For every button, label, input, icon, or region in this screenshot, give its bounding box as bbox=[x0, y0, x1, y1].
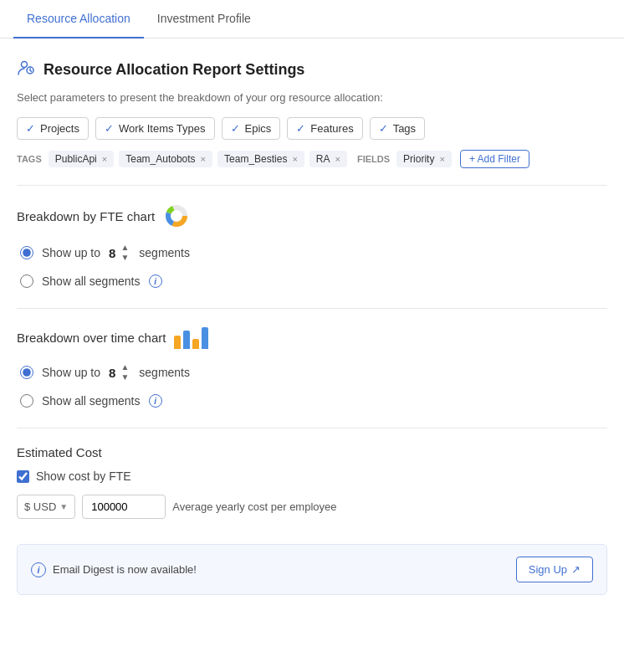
over-time-segments-label: segments bbox=[139, 366, 190, 379]
tag-text: RA bbox=[316, 153, 330, 165]
fte-show-up-to-label: Show up to bbox=[42, 246, 100, 259]
tag-remove-priority[interactable]: × bbox=[439, 154, 444, 164]
currency-select[interactable]: $ USD ▼ bbox=[17, 495, 75, 519]
tag-team-besties: Team_Besties × bbox=[217, 151, 304, 167]
currency-dropdown-icon: ▼ bbox=[59, 502, 68, 511]
cost-input-row: $ USD ▼ Average yearly cost per employee bbox=[17, 495, 607, 519]
tag-row: TAGS PublicApi × Team_Autobots × Team_Be… bbox=[17, 150, 607, 168]
svg-point-6 bbox=[171, 211, 182, 221]
chip-label: Tags bbox=[393, 122, 416, 135]
banner-info-icon: i bbox=[31, 562, 46, 577]
fte-show-all-option[interactable]: Show all segments i bbox=[20, 274, 607, 288]
cost-description: Average yearly cost per employee bbox=[172, 500, 336, 513]
cost-value-input[interactable] bbox=[82, 495, 166, 519]
fte-show-up-to-option[interactable]: Show up to 8 ▲ ▼ segments bbox=[20, 243, 607, 263]
tag-remove-publicapi[interactable]: × bbox=[102, 154, 107, 164]
main-content: Resource Allocation Report Settings Sele… bbox=[0, 38, 624, 615]
add-filter-button[interactable]: + Add Filter bbox=[460, 150, 529, 168]
chip-label: Work Items Types bbox=[119, 122, 206, 135]
report-title: Resource Allocation Report Settings bbox=[43, 61, 304, 79]
tag-ra: RA × bbox=[309, 151, 347, 167]
chip-features[interactable]: ✓ Features bbox=[287, 117, 362, 140]
chip-projects[interactable]: ✓ Projects bbox=[17, 117, 89, 140]
over-time-increment-button[interactable]: ▲ bbox=[119, 362, 130, 372]
divider-2 bbox=[17, 308, 607, 309]
tag-text: Team_Autobots bbox=[125, 153, 195, 165]
chip-label: Features bbox=[310, 122, 353, 135]
fte-segments-label: segments bbox=[139, 246, 190, 259]
divider-1 bbox=[17, 185, 607, 186]
banner-message: Email Digest is now available! bbox=[53, 563, 197, 576]
email-digest-banner: i Email Digest is now available! Sign Up… bbox=[17, 544, 607, 595]
fte-segments-value: 8 bbox=[109, 246, 115, 260]
banner-left: i Email Digest is now available! bbox=[31, 562, 197, 577]
divider-3 bbox=[17, 428, 607, 428]
over-time-stepper: 8 ▲ ▼ bbox=[109, 362, 130, 382]
fte-decrement-button[interactable]: ▼ bbox=[119, 253, 130, 263]
tab-investment-profile[interactable]: Investment Profile bbox=[144, 0, 264, 38]
check-icon: ✓ bbox=[231, 122, 240, 135]
fte-info-icon[interactable]: i bbox=[149, 274, 162, 288]
fte-show-up-to-radio[interactable] bbox=[20, 246, 33, 259]
estimated-cost-title: Estimated Cost bbox=[17, 445, 607, 459]
tag-text: Team_Besties bbox=[224, 153, 287, 165]
check-icon: ✓ bbox=[296, 122, 305, 135]
cost-checkbox-row: Show cost by FTE bbox=[17, 469, 607, 483]
over-time-segments-value: 8 bbox=[109, 366, 115, 380]
chip-label: Projects bbox=[40, 122, 79, 135]
over-time-decrement-button[interactable]: ▼ bbox=[119, 372, 130, 382]
over-time-radio-group: Show up to 8 ▲ ▼ segments Show all segme… bbox=[20, 362, 607, 408]
over-time-info-icon[interactable]: i bbox=[149, 394, 162, 408]
show-cost-by-fte-label: Show cost by FTE bbox=[36, 469, 131, 483]
tag-text: PublicApi bbox=[55, 153, 97, 165]
report-icon bbox=[17, 59, 35, 81]
over-time-show-all-radio[interactable] bbox=[20, 394, 33, 408]
over-time-chart-header: Breakdown over time chart bbox=[17, 326, 607, 349]
svg-point-0 bbox=[22, 62, 28, 68]
estimated-cost-section: Estimated Cost Show cost by FTE $ USD ▼ … bbox=[17, 445, 607, 519]
tag-team-autobots: Team_Autobots × bbox=[119, 151, 212, 167]
chip-tags[interactable]: ✓ Tags bbox=[370, 117, 425, 140]
fte-stepper: 8 ▲ ▼ bbox=[109, 243, 130, 263]
tab-resource-allocation[interactable]: Resource Allocation bbox=[13, 0, 144, 38]
fte-chart-header: Breakdown by FTE chart bbox=[17, 203, 607, 229]
sign-up-button[interactable]: Sign Up ↗ bbox=[516, 557, 593, 582]
report-description: Select parameters to present the breakdo… bbox=[17, 91, 607, 104]
fte-chart-title: Breakdown by FTE chart bbox=[17, 209, 155, 223]
chip-epics[interactable]: ✓ Epics bbox=[222, 117, 281, 140]
tag-text: Priority bbox=[403, 153, 434, 165]
over-time-show-up-to-label: Show up to bbox=[42, 366, 100, 379]
tab-bar: Resource Allocation Investment Profile bbox=[0, 0, 624, 38]
bar-chart-icon bbox=[174, 326, 208, 349]
fte-chart-section: Breakdown by FTE chart Show up to 8 ▲ ▼ bbox=[17, 203, 607, 288]
over-time-show-up-to-option[interactable]: Show up to 8 ▲ ▼ segments bbox=[20, 362, 607, 382]
sign-up-arrow-icon: ↗ bbox=[571, 563, 581, 576]
filter-chips: ✓ Projects ✓ Work Items Types ✓ Epics ✓ … bbox=[17, 117, 607, 140]
tag-remove-ra[interactable]: × bbox=[335, 154, 340, 164]
over-time-show-all-label: Show all segments bbox=[42, 394, 141, 408]
sign-up-label: Sign Up bbox=[529, 563, 567, 576]
fte-show-all-radio[interactable] bbox=[20, 274, 33, 288]
chip-label: Epics bbox=[245, 122, 272, 135]
fte-stepper-buttons: ▲ ▼ bbox=[119, 243, 130, 263]
over-time-stepper-buttons: ▲ ▼ bbox=[119, 362, 130, 382]
chip-work-items-types[interactable]: ✓ Work Items Types bbox=[95, 117, 215, 140]
fte-increment-button[interactable]: ▲ bbox=[119, 243, 130, 253]
over-time-chart-section: Breakdown over time chart Show up to 8 ▲… bbox=[17, 326, 607, 408]
check-icon: ✓ bbox=[105, 122, 114, 135]
over-time-show-up-to-radio[interactable] bbox=[20, 366, 33, 379]
currency-value: $ USD bbox=[24, 500, 56, 513]
tags-label: TAGS bbox=[17, 154, 42, 164]
over-time-chart-title: Breakdown over time chart bbox=[17, 331, 166, 345]
tag-publicapi: PublicApi × bbox=[49, 151, 114, 167]
report-header: Resource Allocation Report Settings bbox=[17, 59, 607, 81]
fte-show-all-label: Show all segments bbox=[42, 274, 141, 288]
show-cost-by-fte-checkbox[interactable] bbox=[17, 470, 29, 483]
tag-remove-team-besties[interactable]: × bbox=[292, 154, 297, 164]
check-icon: ✓ bbox=[26, 122, 35, 135]
fte-radio-group: Show up to 8 ▲ ▼ segments Show all segme… bbox=[20, 243, 607, 288]
tag-remove-team-autobots[interactable]: × bbox=[201, 154, 206, 164]
check-icon: ✓ bbox=[379, 122, 388, 135]
donut-chart-icon bbox=[163, 203, 190, 229]
over-time-show-all-option[interactable]: Show all segments i bbox=[20, 394, 607, 408]
